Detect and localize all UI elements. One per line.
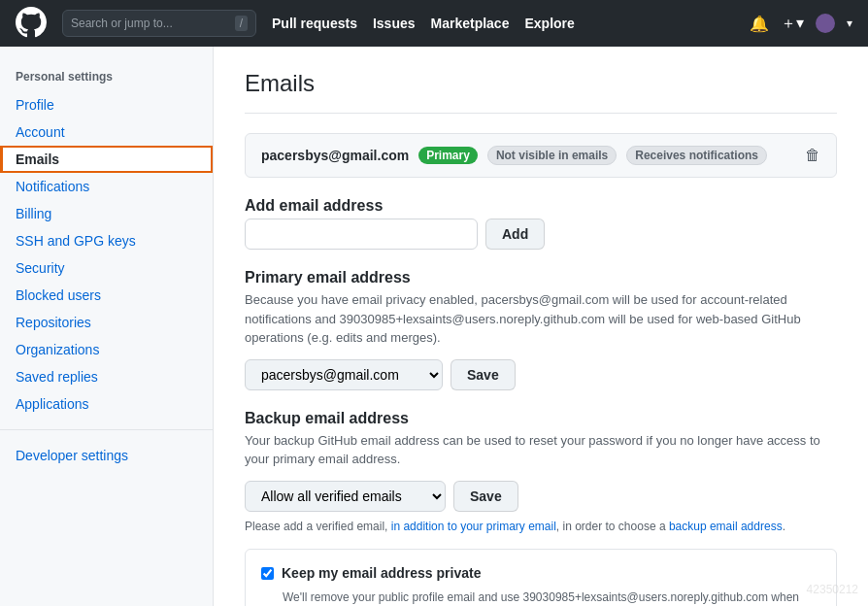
sidebar-item-ssh-gpg[interactable]: SSH and GPG keys — [0, 227, 213, 254]
sidebar-item-organizations[interactable]: Organizations — [0, 336, 213, 363]
add-email-button[interactable]: Add — [485, 219, 545, 250]
primary-email-row: pacersbys@gmail.com Save — [245, 359, 837, 390]
keep-private-row: Keep my email address private — [261, 565, 820, 581]
nav-links: Pull requests Issues Marketplace Explore — [272, 16, 575, 31]
primary-email-desc: Because you have email privacy enabled, … — [245, 290, 837, 348]
search-kbd: / — [235, 16, 248, 31]
primary-badge: Primary — [418, 147, 478, 164]
backup-email-row: Allow all verified emails Save — [245, 481, 837, 512]
not-visible-badge: Not visible in emails — [487, 146, 617, 165]
page-title: Emails — [245, 70, 837, 114]
add-email-input[interactable] — [245, 219, 478, 250]
add-email-row: Add — [245, 219, 837, 250]
github-logo[interactable] — [16, 7, 47, 41]
search-bar[interactable]: Search or jump to... / — [62, 10, 256, 37]
backup-email-section: Backup email address Your backup GitHub … — [245, 410, 837, 533]
sidebar: Personal settings Profile Account Emails… — [0, 47, 214, 606]
verified-email-link[interactable]: in addition to your primary email — [391, 520, 556, 533]
sidebar-item-repositories[interactable]: Repositories — [0, 309, 213, 336]
backup-email-title: Backup email address — [245, 410, 837, 427]
sidebar-item-account[interactable]: Account — [0, 118, 213, 146]
sidebar-item-billing[interactable]: Billing — [0, 200, 213, 227]
email-address: pacersbys@gmail.com — [261, 148, 409, 163]
sidebar-item-emails[interactable]: Emails — [0, 146, 213, 173]
backup-email-select[interactable]: Allow all verified emails — [245, 481, 446, 512]
avatar-chevron[interactable]: ▾ — [847, 17, 852, 30]
keep-private-section: Keep my email address private We'll remo… — [245, 549, 837, 607]
backup-email-desc: Your backup GitHub email address can be … — [245, 431, 837, 469]
sidebar-item-profile[interactable]: Profile — [0, 91, 213, 118]
sidebar-item-saved-replies[interactable]: Saved replies — [0, 363, 213, 390]
backup-email-link[interactable]: backup email address — [669, 520, 783, 533]
pull-requests-link[interactable]: Pull requests — [272, 16, 357, 31]
page-layout: Personal settings Profile Account Emails… — [0, 47, 868, 606]
notifications-bell-icon[interactable]: 🔔 — [750, 15, 769, 33]
sidebar-item-blocked-users[interactable]: Blocked users — [0, 282, 213, 309]
primary-email-save-button[interactable]: Save — [451, 359, 516, 390]
primary-email-section: Primary email address Because you have e… — [245, 269, 837, 390]
keep-private-checkbox[interactable] — [261, 567, 274, 580]
search-text: Search or jump to... — [71, 17, 173, 30]
keep-private-desc: We'll remove your public profile email a… — [283, 589, 820, 607]
top-navigation: Search or jump to... / Pull requests Iss… — [0, 0, 868, 47]
sidebar-item-applications[interactable]: Applications — [0, 390, 213, 418]
primary-email-title: Primary email address — [245, 269, 837, 286]
email-entry: pacersbys@gmail.com Primary Not visible … — [245, 133, 837, 178]
plus-icon[interactable]: ＋▾ — [781, 14, 804, 34]
sidebar-divider — [0, 429, 213, 430]
delete-email-icon[interactable]: 🗑 — [805, 147, 820, 164]
topnav-actions: 🔔 ＋▾ ▾ — [750, 14, 852, 34]
add-email-label: Add email address — [245, 197, 837, 215]
watermark: 42350212 — [807, 583, 858, 596]
issues-link[interactable]: Issues — [373, 16, 416, 31]
explore-link[interactable]: Explore — [524, 16, 574, 31]
backup-email-hint: Please add a verified email, in addition… — [245, 520, 837, 533]
backup-email-save-button[interactable]: Save — [453, 481, 518, 512]
sidebar-item-security[interactable]: Security — [0, 254, 213, 282]
primary-email-select[interactable]: pacersbys@gmail.com — [245, 359, 443, 390]
main-content: Emails pacersbys@gmail.com Primary Not v… — [214, 47, 868, 606]
add-email-section: Add email address Add — [245, 197, 837, 250]
keep-private-label: Keep my email address private — [282, 565, 481, 581]
user-avatar[interactable] — [816, 14, 835, 33]
sidebar-heading: Personal settings — [0, 62, 213, 91]
sidebar-item-developer-settings[interactable]: Developer settings — [0, 442, 213, 469]
marketplace-link[interactable]: Marketplace — [431, 16, 510, 31]
notifications-badge: Receives notifications — [626, 146, 767, 165]
sidebar-item-notifications[interactable]: Notifications — [0, 173, 213, 200]
